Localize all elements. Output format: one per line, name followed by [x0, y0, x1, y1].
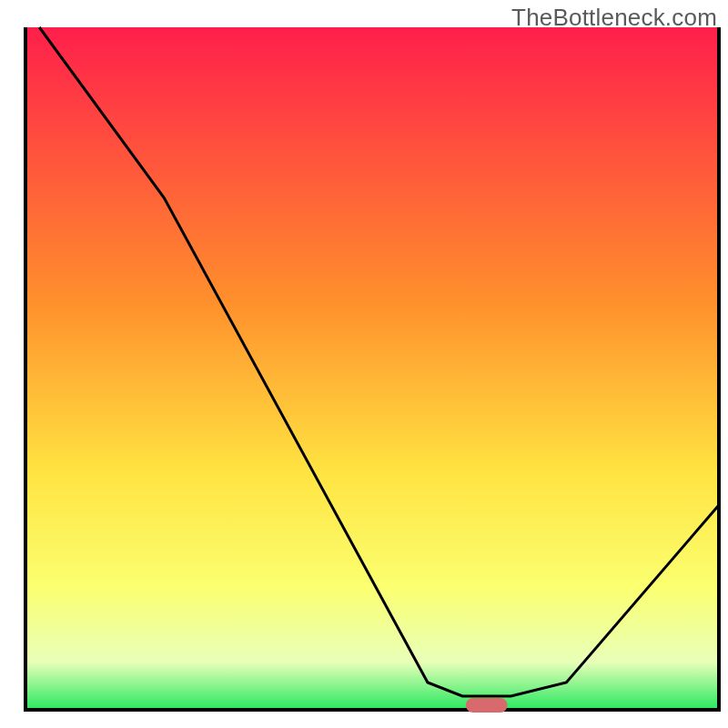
optimum-marker	[466, 698, 508, 713]
gradient-background	[25, 27, 719, 710]
bottleneck-chart	[0, 0, 728, 728]
watermark-text: TheBottleneck.com	[511, 4, 717, 32]
chart-container: TheBottleneck.com	[0, 0, 728, 728]
